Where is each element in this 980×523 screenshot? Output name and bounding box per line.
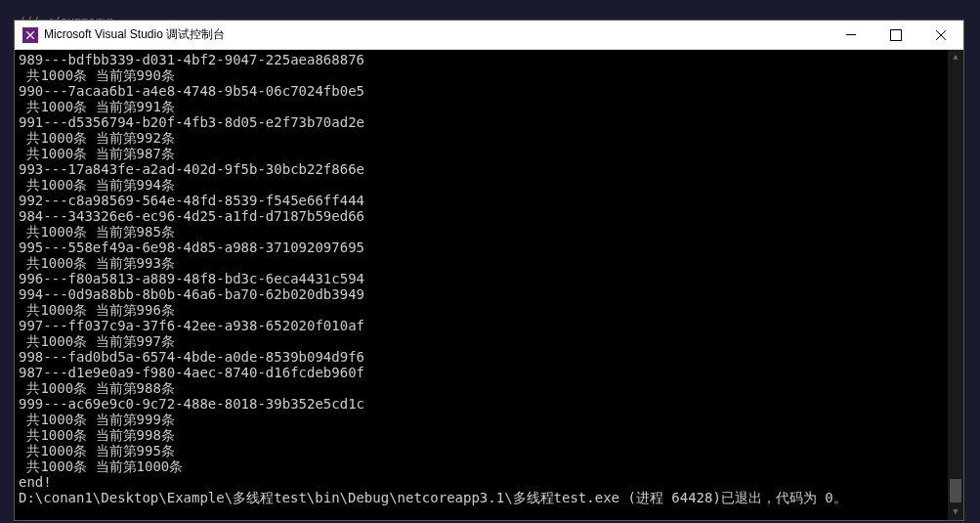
console-line: 987---d1e9e0a9-f980-4aec-8740-d16fcdeb96… [19, 365, 959, 380]
console-line: D:\conan1\Desktop\Example\多线程test\bin\De… [19, 490, 959, 505]
console-line: 共1000条 当前第997条 [19, 333, 959, 349]
console-line: 995---558ef49a-6e98-4d85-a988-3710920976… [19, 240, 959, 255]
scrollbar-thumb[interactable] [950, 479, 961, 502]
app-icon [22, 27, 38, 43]
window-title: Microsoft Visual Studio 调试控制台 [44, 26, 829, 43]
console-line: 997---ff037c9a-37f6-42ee-a938-652020f010… [19, 318, 959, 333]
console-line: 共1000条 当前第990条 [19, 67, 959, 83]
console-line: 共1000条 当前第994条 [19, 177, 959, 193]
console-line: 992---c8a98569-564e-48fd-8539-f545e66ff4… [19, 193, 959, 208]
console-output[interactable]: 989---bdfbb339-d031-4bf2-9047-225aea8688… [15, 50, 963, 520]
close-button[interactable] [918, 21, 963, 49]
scroll-up-icon[interactable]: ▲ [948, 50, 963, 65]
console-line: 989---bdfbb339-d031-4bf2-9047-225aea8688… [19, 52, 959, 67]
console-line: 共1000条 当前第996条 [19, 302, 959, 318]
titlebar[interactable]: Microsoft Visual Studio 调试控制台 [15, 21, 963, 50]
console-line: 998---fad0bd5a-6574-4bde-a0de-8539b094d9… [19, 349, 959, 365]
console-line: 984---343326e6-ec96-4d25-a1fd-d7187b59ed… [19, 208, 959, 224]
console-line: 共1000条 当前第999条 [19, 412, 959, 427]
console-line: 共1000条 当前第991条 [19, 99, 959, 114]
console-line: 共1000条 当前第998条 [19, 427, 959, 443]
console-line: end! [19, 474, 959, 490]
minimize-button[interactable] [829, 21, 873, 49]
console-line: 994---0d9a88bb-8b0b-46a6-ba70-62b020db39… [19, 286, 959, 302]
maximize-button[interactable] [873, 21, 918, 49]
window-controls [829, 21, 963, 49]
console-line: 991---d5356794-b20f-4fb3-8d05-e2f73b70ad… [19, 114, 959, 130]
console-window: Microsoft Visual Studio 调试控制台 989---bdfb… [14, 20, 964, 521]
console-line: 共1000条 当前第988条 [19, 380, 959, 396]
console-line: 共1000条 当前第993条 [19, 255, 959, 271]
console-line: 共1000条 当前第992条 [19, 130, 959, 146]
console-line: 993---17a843fe-a2ad-402d-9f5b-30bcb22f86… [19, 161, 959, 177]
console-line: 999---ac69e9c0-9c72-488e-8018-39b352e5cd… [19, 396, 959, 412]
scroll-down-icon[interactable]: ▼ [948, 504, 963, 520]
vertical-scrollbar[interactable]: ▲ ▼ [948, 50, 963, 520]
console-line: 996---f80a5813-a889-48f8-bd3c-6eca4431c5… [19, 271, 959, 286]
console-line: 990---7acaa6b1-a4e8-4748-9b54-06c7024fb0… [19, 83, 959, 99]
console-line: 共1000条 当前第995条 [19, 443, 959, 458]
console-line: 共1000条 当前第987条 [19, 146, 959, 161]
console-line: 共1000条 当前第985条 [19, 224, 959, 240]
console-line: 共1000条 当前第1000条 [19, 458, 959, 474]
